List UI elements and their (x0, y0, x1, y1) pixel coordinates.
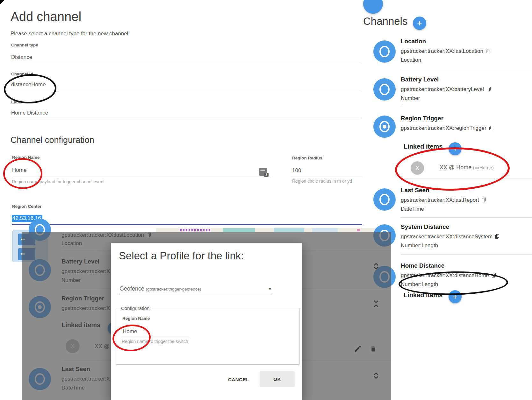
page-subtitle: Please select a channel type for the new… (11, 31, 130, 37)
channel-uid: gpstracker:tracker:XX:regionTrigger (401, 125, 486, 131)
map-water-patch (223, 228, 255, 232)
channel-type-label: Channel type (11, 43, 38, 47)
field-underline (12, 177, 271, 177)
section-heading: Channel configuration (11, 135, 94, 145)
profile-select-value: Geofence (119, 285, 144, 292)
copy-icon[interactable] (482, 198, 486, 202)
page: Add channel Please select a channel type… (0, 0, 532, 400)
channel-state-icon (373, 116, 396, 138)
divider (401, 106, 532, 106)
autofill-icon[interactable]: 3 (259, 168, 267, 176)
page-title: Add channel (11, 10, 81, 24)
fieldset-legend: Configuration: (120, 305, 152, 311)
divider (401, 217, 532, 218)
channel-row[interactable]: System Distance gpstracker:tracker:XX:di… (401, 224, 499, 248)
annotation-ellipse-black (3, 73, 57, 104)
autofill-badge: 3 (264, 173, 269, 177)
ok-button[interactable]: OK (260, 371, 295, 387)
copy-icon[interactable] (495, 234, 499, 239)
channel-uid: gpstracker:tracker:XX:distanceSystem (401, 234, 492, 240)
channel-state-icon (373, 188, 396, 211)
map-marker-fragment (357, 229, 360, 231)
region-name-label: Region Name (122, 316, 296, 321)
copy-icon[interactable] (489, 126, 493, 130)
channel-title: Home Distance (401, 263, 496, 269)
channel-uid: gpstracker:tracker:XX:lastLocation (401, 48, 483, 54)
region-radius-hint: Region circle radius in m or yd (292, 179, 352, 184)
channel-type-text: Number:Length (401, 243, 499, 248)
profile-dialog: Select a Profile for the link: Geofence … (111, 243, 302, 400)
scroll-top-fab[interactable] (363, 0, 383, 14)
channel-title: Location (401, 38, 490, 44)
channel-row[interactable]: Location gpstracker:tracker:XX:lastLocat… (401, 38, 490, 63)
annotation-ellipse-red (395, 146, 510, 192)
channel-row[interactable]: Battery Level gpstracker:tracker:XX:batt… (401, 76, 491, 101)
copy-icon[interactable] (486, 49, 490, 53)
channel-row[interactable]: Last Seen gpstracker:tracker:XX:lastRepo… (401, 187, 486, 212)
chevron-down-icon: ▼ (268, 287, 272, 291)
map-water-patch (274, 228, 304, 232)
profile-select[interactable]: Geofence (gpstracker:trigger-geofence) ▼ (119, 285, 272, 295)
divider (401, 254, 532, 255)
channel-type-text: Number (401, 95, 491, 101)
label-field-input[interactable]: Home Distance (11, 110, 48, 116)
field-underline (11, 63, 361, 63)
channel-state-icon (373, 40, 396, 63)
focused-underline (12, 224, 362, 225)
channel-title: Battery Level (401, 76, 491, 82)
add-channel-button[interactable]: + (413, 17, 426, 30)
channel-state-icon (373, 78, 396, 101)
region-radius-input[interactable]: 100 (292, 167, 301, 174)
profile-select-detail: (gpstracker:trigger-geofence) (146, 287, 201, 291)
region-radius-label: Region Radius (292, 156, 322, 160)
channel-type-value[interactable]: Distance (11, 54, 32, 60)
dialog-title: Select a Profile for the link: (119, 250, 244, 262)
channel-type-text: Location (401, 57, 490, 63)
region-center-label: Region Center (12, 204, 41, 209)
annotation-ellipse-red (3, 158, 42, 189)
channel-title: Region Trigger (401, 115, 493, 121)
divider (401, 69, 532, 69)
field-underline (291, 177, 362, 177)
map-water-patch (312, 228, 338, 232)
cancel-button[interactable]: CANCEL (223, 373, 254, 386)
channel-uid: gpstracker:tracker:XX:batteryLevel (401, 86, 484, 92)
channel-row[interactable]: Region Trigger gpstracker:tracker:XX:reg… (401, 115, 493, 131)
map-label-fragment (180, 229, 210, 231)
channel-title: System Distance (401, 224, 499, 230)
field-underline (11, 91, 361, 91)
field-underline (11, 119, 361, 119)
map-sliver (156, 228, 391, 232)
channels-heading: Channels (363, 15, 407, 27)
channel-uid: gpstracker:tracker:XX:lastReport (401, 197, 479, 203)
copy-icon[interactable] (487, 87, 491, 91)
corner-artifact (0, 0, 4, 4)
channel-type-text: DateTime (401, 206, 486, 212)
